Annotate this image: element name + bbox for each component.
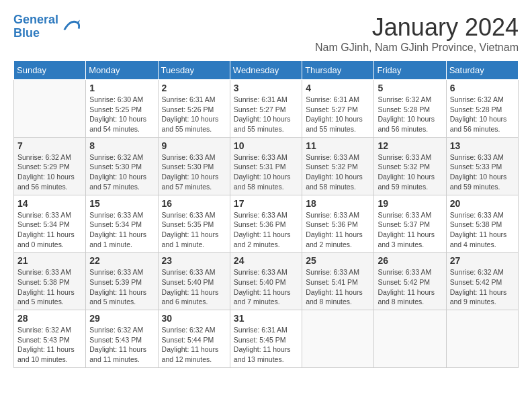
calendar-cell: 6Sunrise: 6:32 AMSunset: 5:28 PMDaylight…	[446, 80, 518, 138]
logo: General Blue	[13, 13, 80, 40]
day-number: 25	[306, 255, 370, 266]
day-number: 3	[234, 83, 298, 93]
calendar-cell: 18Sunrise: 6:33 AMSunset: 5:36 PMDayligh…	[302, 195, 374, 253]
day-number: 14	[17, 198, 82, 209]
day-number: 2	[162, 83, 226, 93]
day-number: 1	[89, 83, 154, 93]
calendar-cell: 5Sunrise: 6:32 AMSunset: 5:28 PMDaylight…	[374, 80, 446, 138]
title-section: January 2024 Nam GJinh, Nam GJinh Provin…	[315, 13, 519, 54]
calendar-cell: 23Sunrise: 6:33 AMSunset: 5:40 PMDayligh…	[158, 253, 230, 310]
calendar-cell	[302, 310, 374, 368]
calendar-header-row: SundayMondayTuesdayWednesdayThursdayFrid…	[14, 61, 519, 80]
calendar-cell: 26Sunrise: 6:33 AMSunset: 5:42 PMDayligh…	[374, 253, 446, 310]
day-number: 13	[450, 140, 515, 151]
day-info: Sunrise: 6:33 AMSunset: 5:41 PMDaylight:…	[306, 267, 370, 307]
calendar-cell: 16Sunrise: 6:33 AMSunset: 5:35 PMDayligh…	[158, 195, 230, 253]
day-info: Sunrise: 6:33 AMSunset: 5:39 PMDaylight:…	[89, 267, 154, 307]
day-number: 22	[89, 255, 154, 266]
day-number: 6	[450, 83, 515, 93]
day-number: 21	[17, 255, 82, 266]
day-info: Sunrise: 6:33 AMSunset: 5:42 PMDaylight:…	[378, 267, 442, 307]
calendar-week-row: 21Sunrise: 6:33 AMSunset: 5:38 PMDayligh…	[14, 253, 519, 310]
month-title: January 2024	[315, 13, 519, 42]
day-number: 9	[162, 140, 226, 151]
day-info: Sunrise: 6:32 AMSunset: 5:29 PMDaylight:…	[17, 152, 82, 192]
calendar-cell: 12Sunrise: 6:33 AMSunset: 5:32 PMDayligh…	[374, 137, 446, 195]
day-info: Sunrise: 6:33 AMSunset: 5:32 PMDaylight:…	[306, 152, 370, 192]
day-number: 28	[17, 313, 82, 324]
calendar-cell: 25Sunrise: 6:33 AMSunset: 5:41 PMDayligh…	[302, 253, 374, 310]
day-info: Sunrise: 6:33 AMSunset: 5:31 PMDaylight:…	[234, 152, 298, 192]
day-info: Sunrise: 6:33 AMSunset: 5:38 PMDaylight:…	[17, 267, 82, 307]
calendar-cell: 31Sunrise: 6:31 AMSunset: 5:45 PMDayligh…	[230, 310, 302, 368]
calendar-body: 1Sunrise: 6:30 AMSunset: 5:25 PMDaylight…	[14, 80, 519, 368]
calendar-cell: 2Sunrise: 6:31 AMSunset: 5:26 PMDaylight…	[158, 80, 230, 138]
day-info: Sunrise: 6:32 AMSunset: 5:30 PMDaylight:…	[89, 152, 154, 192]
calendar-cell: 14Sunrise: 6:33 AMSunset: 5:34 PMDayligh…	[14, 195, 86, 253]
day-number: 10	[234, 140, 298, 151]
day-number: 11	[306, 140, 370, 151]
day-info: Sunrise: 6:30 AMSunset: 5:25 PMDaylight:…	[89, 95, 154, 134]
day-info: Sunrise: 6:31 AMSunset: 5:45 PMDaylight:…	[234, 325, 298, 365]
day-info: Sunrise: 6:33 AMSunset: 5:40 PMDaylight:…	[162, 267, 226, 307]
day-info: Sunrise: 6:32 AMSunset: 5:43 PMDaylight:…	[89, 325, 154, 365]
day-info: Sunrise: 6:32 AMSunset: 5:28 PMDaylight:…	[378, 95, 442, 134]
logo-line1: General	[13, 13, 58, 26]
day-info: Sunrise: 6:32 AMSunset: 5:28 PMDaylight:…	[450, 95, 515, 134]
day-info: Sunrise: 6:31 AMSunset: 5:27 PMDaylight:…	[234, 95, 298, 134]
day-info: Sunrise: 6:33 AMSunset: 5:37 PMDaylight:…	[378, 210, 442, 250]
calendar-week-row: 7Sunrise: 6:32 AMSunset: 5:29 PMDaylight…	[14, 137, 519, 195]
day-info: Sunrise: 6:33 AMSunset: 5:33 PMDaylight:…	[450, 152, 515, 192]
header-wednesday: Wednesday	[230, 61, 302, 80]
calendar-cell	[14, 80, 86, 138]
logo-line2: Blue	[13, 26, 40, 40]
day-number: 29	[89, 313, 154, 324]
calendar-cell: 8Sunrise: 6:32 AMSunset: 5:30 PMDaylight…	[86, 137, 158, 195]
day-number: 7	[17, 140, 82, 151]
day-info: Sunrise: 6:31 AMSunset: 5:27 PMDaylight:…	[306, 95, 370, 134]
day-number: 27	[450, 255, 515, 266]
calendar-cell: 27Sunrise: 6:32 AMSunset: 5:42 PMDayligh…	[446, 253, 518, 310]
day-number: 12	[378, 140, 442, 151]
day-number: 4	[306, 83, 370, 93]
day-number: 30	[162, 313, 226, 324]
calendar-cell: 17Sunrise: 6:33 AMSunset: 5:36 PMDayligh…	[230, 195, 302, 253]
calendar-cell: 29Sunrise: 6:32 AMSunset: 5:43 PMDayligh…	[86, 310, 158, 368]
calendar-cell: 7Sunrise: 6:32 AMSunset: 5:29 PMDaylight…	[14, 137, 86, 195]
header-thursday: Thursday	[302, 61, 374, 80]
day-info: Sunrise: 6:33 AMSunset: 5:30 PMDaylight:…	[162, 152, 226, 192]
day-number: 17	[234, 198, 298, 209]
calendar-week-row: 28Sunrise: 6:32 AMSunset: 5:43 PMDayligh…	[14, 310, 519, 368]
day-info: Sunrise: 6:33 AMSunset: 5:34 PMDaylight:…	[17, 210, 82, 250]
day-number: 31	[234, 313, 298, 324]
day-info: Sunrise: 6:33 AMSunset: 5:36 PMDaylight:…	[306, 210, 370, 250]
calendar-week-row: 14Sunrise: 6:33 AMSunset: 5:34 PMDayligh…	[14, 195, 519, 253]
day-number: 16	[162, 198, 226, 209]
location-title: Nam GJinh, Nam GJinh Province, Vietnam	[315, 42, 519, 54]
day-info: Sunrise: 6:33 AMSunset: 5:36 PMDaylight:…	[234, 210, 298, 250]
calendar-cell: 10Sunrise: 6:33 AMSunset: 5:31 PMDayligh…	[230, 137, 302, 195]
day-number: 24	[234, 255, 298, 266]
day-info: Sunrise: 6:31 AMSunset: 5:26 PMDaylight:…	[162, 95, 226, 134]
header-saturday: Saturday	[446, 61, 518, 80]
calendar-cell: 1Sunrise: 6:30 AMSunset: 5:25 PMDaylight…	[86, 80, 158, 138]
day-info: Sunrise: 6:32 AMSunset: 5:43 PMDaylight:…	[17, 325, 82, 365]
logo-text: General Blue	[13, 13, 58, 40]
calendar-cell: 30Sunrise: 6:32 AMSunset: 5:44 PMDayligh…	[158, 310, 230, 368]
day-number: 5	[378, 83, 442, 93]
calendar-table: SundayMondayTuesdayWednesdayThursdayFrid…	[13, 60, 519, 368]
page-header: General Blue January 2024 Nam GJinh, Nam…	[13, 13, 519, 54]
day-info: Sunrise: 6:32 AMSunset: 5:44 PMDaylight:…	[162, 325, 226, 365]
calendar-cell: 9Sunrise: 6:33 AMSunset: 5:30 PMDaylight…	[158, 137, 230, 195]
calendar-cell: 24Sunrise: 6:33 AMSunset: 5:40 PMDayligh…	[230, 253, 302, 310]
calendar-cell: 22Sunrise: 6:33 AMSunset: 5:39 PMDayligh…	[86, 253, 158, 310]
calendar-week-row: 1Sunrise: 6:30 AMSunset: 5:25 PMDaylight…	[14, 80, 519, 138]
day-number: 15	[89, 198, 154, 209]
day-number: 20	[450, 198, 515, 209]
calendar-cell	[374, 310, 446, 368]
calendar-cell: 20Sunrise: 6:33 AMSunset: 5:38 PMDayligh…	[446, 195, 518, 253]
day-number: 23	[162, 255, 226, 266]
calendar-cell: 28Sunrise: 6:32 AMSunset: 5:43 PMDayligh…	[14, 310, 86, 368]
day-info: Sunrise: 6:33 AMSunset: 5:35 PMDaylight:…	[162, 210, 226, 250]
day-info: Sunrise: 6:33 AMSunset: 5:32 PMDaylight:…	[378, 152, 442, 192]
